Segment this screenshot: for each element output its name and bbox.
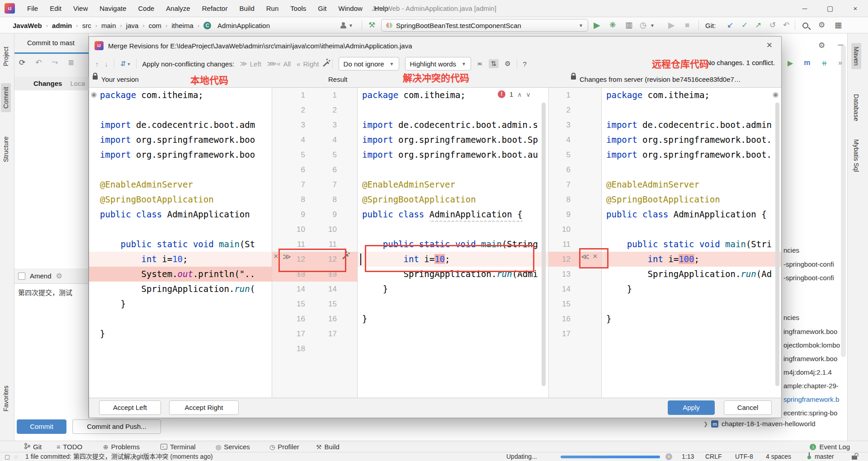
help-icon[interactable]: ? <box>523 60 527 68</box>
caret-position[interactable]: 1:13 <box>682 452 694 461</box>
breadcrumb-item[interactable]: main <box>101 22 116 29</box>
menu-item-edit[interactable]: Edit <box>44 5 67 12</box>
window-icon[interactable]: ▢ <box>5 452 10 461</box>
apply-right-icon[interactable]: « <box>297 60 300 68</box>
maven-dependency-item[interactable]: ample:chapter-29- <box>783 382 839 390</box>
sidebar-item-favorites[interactable]: Favorites <box>1 382 11 415</box>
git-commit-check-icon[interactable]: ✓ <box>741 17 748 33</box>
minimize-icon[interactable]: ─ <box>792 0 817 17</box>
refresh-icon[interactable]: ⟳ <box>19 58 25 67</box>
settings-gear-icon[interactable]: ⚙ <box>818 17 825 33</box>
menu-item-build[interactable]: Build <box>233 5 260 12</box>
file-encoding[interactable]: UTF-8 <box>735 452 753 461</box>
collapse-unchanged-icon[interactable]: ≍ <box>477 60 483 68</box>
maven-dependency-item[interactable]: springframework.b <box>783 395 839 403</box>
maven-dependency-item[interactable]: ecentric:spring-bo <box>783 409 837 417</box>
layout-icon[interactable]: ▦ <box>835 17 842 33</box>
tool-window-button-profiler[interactable]: ◷Profiler <box>269 441 299 452</box>
breadcrumb-leaf[interactable]: AdminApplication <box>217 22 270 29</box>
merge-icon[interactable]: ⤳ <box>52 58 58 67</box>
breadcrumb-item[interactable]: com <box>149 22 161 29</box>
commit-message-history-icon[interactable]: ≣ <box>68 58 74 67</box>
apply-all-non-conflicting-icon[interactable]: ⇵ <box>120 60 126 68</box>
git-push-icon[interactable]: ↗ <box>755 17 761 33</box>
sidebar-item-commit[interactable]: Commit <box>1 83 11 112</box>
apply-all-icon[interactable]: ⋙« <box>267 60 281 68</box>
run-configuration-select[interactable]: SpringBootBeanTest.testComponentScan ▼ <box>381 19 588 32</box>
right-scrollbar[interactable] <box>775 103 779 386</box>
result-scrollbar[interactable] <box>542 103 546 386</box>
coverage-button[interactable]: ▥ <box>625 17 632 33</box>
breadcrumb-item[interactable]: JavaWeb <box>13 22 42 29</box>
search-icon[interactable] <box>802 17 808 33</box>
debug-button[interactable]: ❋ <box>609 17 616 33</box>
maven-dependency-item[interactable]: ojectlombok:lombo <box>783 341 840 349</box>
unlock-icon[interactable] <box>852 452 857 461</box>
gear-icon[interactable]: ⚙ <box>56 272 62 280</box>
menu-item-window[interactable]: Window <box>333 5 368 12</box>
chevron-down-icon[interactable]: ∨ <box>526 91 531 98</box>
tool-window-button-terminal[interactable]: >_Terminal <box>160 441 196 452</box>
menu-item-git[interactable]: Git <box>312 5 332 12</box>
close-icon[interactable]: × <box>843 0 868 17</box>
apply-left-icon[interactable]: ≫ <box>240 60 247 68</box>
run-button[interactable]: ▶ <box>594 17 600 33</box>
commit-button[interactable]: Commit <box>17 419 66 434</box>
sidebar-item-project[interactable]: Project <box>1 43 11 70</box>
line-separator[interactable]: CRLF <box>705 452 722 461</box>
tab-commit-to-master[interactable]: Commit to mast <box>27 39 89 47</box>
chevron-down-icon[interactable]: ▼ <box>650 17 655 33</box>
magic-resolve-wand-icon[interactable] <box>323 61 329 67</box>
gear-icon[interactable]: ⚙ <box>505 60 510 68</box>
ignore-policy-select[interactable]: Do not ignore ▼ <box>339 57 399 71</box>
changes-file-list[interactable] <box>14 90 88 268</box>
maven-dependency-item[interactable]: ingframework.boo <box>783 355 837 362</box>
maven-dependency-item[interactable]: -springboot-confi <box>783 274 834 282</box>
synchronize-scrolling-icon[interactable]: ⇅ <box>489 59 499 68</box>
breadcrumb-item[interactable]: admin <box>52 22 72 29</box>
breadcrumb-item[interactable]: itheima <box>171 22 193 29</box>
apply-all-label[interactable]: All <box>283 60 291 68</box>
maven-dependency-item[interactable]: ingframework.boo <box>783 328 837 335</box>
eye-icon[interactable]: ◉ <box>91 90 97 99</box>
apply-right-label[interactable]: Right <box>303 60 319 68</box>
sidebar-item-mybatis-sql[interactable]: Mybatis Sql <box>851 136 861 175</box>
profiler-button[interactable]: ◷ <box>640 17 646 33</box>
apply-button[interactable]: Apply <box>668 400 715 415</box>
maven-dependency-item[interactable]: ncies <box>783 314 799 321</box>
menu-item-view[interactable]: View <box>67 5 94 12</box>
git-branch-name[interactable]: master <box>815 452 834 461</box>
expand-chevron-icon[interactable]: ❯ <box>703 421 708 427</box>
tab-local[interactable]: Loca <box>71 80 85 87</box>
menu-item-refactor[interactable]: Refactor <box>196 5 234 12</box>
menu-item-file[interactable]: File <box>21 5 44 12</box>
tool-window-button-build[interactable]: ⚒Build <box>316 441 340 452</box>
sidebar-item-maven[interactable]: Maven <box>851 43 861 69</box>
cancel-button[interactable]: Cancel <box>724 400 772 415</box>
commit-message-area[interactable]: 第四次提交，测试 <box>14 283 88 418</box>
menu-item-tools[interactable]: Tools <box>284 5 312 12</box>
tool-window-button-problems[interactable]: ⊕Problems <box>103 441 140 452</box>
eye-icon[interactable]: ◉ <box>773 90 778 99</box>
accept-right-button[interactable]: Accept Right <box>169 400 239 415</box>
accept-left-button[interactable]: Accept Left <box>99 400 161 415</box>
maven-project-item[interactable]: ❯ m chapter-18-1-maven-helloworld <box>703 420 816 428</box>
menu-item-run[interactable]: Run <box>260 5 285 12</box>
highlight-policy-select[interactable]: Highlight words ▼ <box>405 57 471 71</box>
apply-left-label[interactable]: Left <box>250 60 261 68</box>
tool-window-button-services[interactable]: ◎Services <box>216 441 250 452</box>
maximize-icon[interactable]: ▢ <box>817 0 843 17</box>
menu-item-code[interactable]: Code <box>132 5 160 12</box>
close-icon[interactable]: × <box>763 39 776 51</box>
previous-change-icon[interactable]: ↑ <box>95 60 99 68</box>
maven-dependency-item[interactable]: ncies <box>783 246 799 254</box>
event-log-button[interactable]: 1 Event Log <box>810 441 850 452</box>
history-icon[interactable]: ↺ <box>769 17 776 33</box>
breadcrumb-item[interactable]: src <box>82 22 91 29</box>
ignore-change-icon[interactable]: × <box>274 252 278 261</box>
indent-setting[interactable]: 4 spaces <box>766 452 791 461</box>
next-change-icon[interactable]: ↓ <box>105 60 108 68</box>
server-version-editor[interactable]: package com.itheima;import de.codecentri… <box>602 88 781 398</box>
maven-dependency-item[interactable]: -springboot-confi <box>783 260 834 268</box>
chevron-up-icon[interactable]: ∧ <box>517 91 522 98</box>
